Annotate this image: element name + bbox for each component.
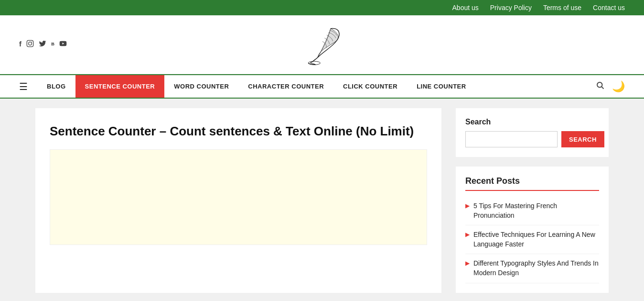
- post-arrow-icon: ▶: [465, 260, 470, 267]
- youtube-icon[interactable]: [59, 40, 67, 49]
- recent-posts-section: Recent Posts ▶ 5 Tips For Mastering Fren…: [456, 167, 609, 293]
- recent-posts-title: Recent Posts: [465, 176, 599, 191]
- recent-post-item[interactable]: ▶ 5 Tips For Mastering French Pronunciat…: [465, 197, 599, 225]
- hamburger-menu[interactable]: ☰: [19, 81, 28, 92]
- search-row: SEARCH: [465, 131, 599, 147]
- terms-of-use-link[interactable]: Terms of use: [543, 4, 581, 11]
- logo: [301, 23, 343, 66]
- vk-icon[interactable]: в: [51, 40, 54, 49]
- page-title: Sentence Counter – Count sentences & Tex…: [50, 123, 427, 140]
- post-arrow-icon: ▶: [465, 202, 470, 209]
- search-icon[interactable]: [596, 81, 604, 92]
- sidebar: Search SEARCH Recent Posts ▶ 5 Tips For …: [456, 108, 609, 293]
- search-section: Search SEARCH: [456, 108, 609, 157]
- nav-item-line-counter[interactable]: LINE COUNTER: [407, 75, 476, 98]
- svg-point-4: [597, 82, 602, 88]
- content-area: Sentence Counter – Count sentences & Tex…: [35, 108, 441, 293]
- nav-item-word-counter[interactable]: WORD COUNTER: [164, 75, 238, 98]
- recent-post-item[interactable]: ▶ Effective Techniques For Learning A Ne…: [465, 225, 599, 254]
- search-button[interactable]: SEARCH: [561, 131, 604, 147]
- svg-line-5: [601, 87, 603, 89]
- dark-mode-icon[interactable]: 🌙: [612, 80, 625, 93]
- svg-rect-0: [27, 40, 33, 46]
- recent-post-item[interactable]: ▶ Different Typography Styles And Trends…: [465, 254, 599, 283]
- about-us-link[interactable]: About us: [452, 4, 479, 11]
- twitter-icon[interactable]: [39, 40, 46, 49]
- navigation: ☰ BLOG SENTENCE COUNTER WORD COUNTER CHA…: [0, 74, 644, 99]
- nav-right-icons: 🌙: [596, 80, 625, 93]
- header: f в: [0, 15, 644, 74]
- recent-post-text: 5 Tips For Mastering French Pronunciatio…: [473, 201, 599, 220]
- recent-post-text: Effective Techniques For Learning A New …: [473, 230, 599, 249]
- instagram-icon[interactable]: [26, 40, 34, 49]
- svg-point-1: [29, 42, 32, 45]
- nav-item-click-counter[interactable]: CLICK COUNTER: [333, 75, 407, 98]
- search-input[interactable]: [465, 131, 558, 147]
- nav-item-blog[interactable]: BLOG: [37, 75, 75, 98]
- recent-post-text: Different Typography Styles And Trends I…: [473, 259, 599, 278]
- search-label: Search: [465, 118, 599, 126]
- facebook-icon[interactable]: f: [19, 40, 21, 49]
- nav-item-character-counter[interactable]: CHARACTER COUNTER: [238, 75, 333, 98]
- contact-us-link[interactable]: Contact us: [593, 4, 625, 11]
- nav-item-sentence-counter[interactable]: SENTENCE COUNTER: [75, 75, 165, 98]
- svg-point-2: [32, 42, 32, 42]
- top-bar: About us Privacy Policy Terms of use Con…: [0, 0, 644, 15]
- advertisement-box: [50, 149, 427, 245]
- main-layout: Sentence Counter – Count sentences & Tex…: [16, 99, 628, 301]
- social-icons: f в: [19, 40, 67, 49]
- privacy-policy-link[interactable]: Privacy Policy: [490, 4, 532, 11]
- post-arrow-icon: ▶: [465, 231, 470, 238]
